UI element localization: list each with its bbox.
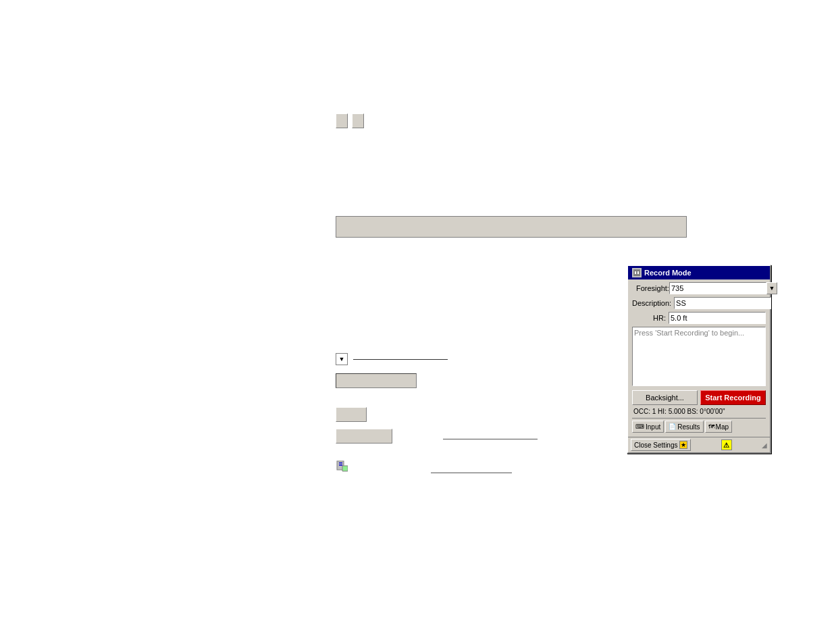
description-label: Description: xyxy=(632,299,671,307)
tab-map-label: Map xyxy=(716,423,729,431)
bg-button-1[interactable] xyxy=(336,113,348,128)
description-row: Description: xyxy=(632,297,766,309)
small-button[interactable] xyxy=(336,407,367,422)
dialog-tabs: ⌨ Input 📄 Results 🗺 Map xyxy=(632,418,766,434)
tab-results[interactable]: 📄 Results xyxy=(665,421,703,433)
foresight-input[interactable] xyxy=(669,282,766,294)
hr-row: HR: xyxy=(632,312,766,324)
close-settings-button[interactable]: Close Settings ★ xyxy=(631,439,691,451)
foresight-row: Foresight: ▼ xyxy=(632,282,766,294)
svg-marker-4 xyxy=(342,466,348,471)
recording-status-text: Press 'Start Recording' to begin... xyxy=(634,329,744,337)
tab-input-label: Input xyxy=(646,423,660,431)
resize-handle[interactable]: ◢ xyxy=(762,441,767,449)
dialog-title-text: Record Mode xyxy=(644,269,692,277)
dropdown-underline xyxy=(353,359,448,360)
input-tab-icon: ⌨ xyxy=(635,423,644,430)
dropdown-widget: ▼ xyxy=(336,353,448,365)
dialog-body: Foresight: ▼ Description: HR: Press 'Sta… xyxy=(628,279,770,437)
description-input[interactable] xyxy=(674,297,771,309)
occ-status-text: OCC: 1 HI: 5.000 BS: 0°00'00" xyxy=(633,408,725,415)
tab-map[interactable]: 🗺 Map xyxy=(705,421,732,433)
background-bar xyxy=(336,216,687,238)
medium-button[interactable] xyxy=(336,429,392,444)
hr-label: HR: xyxy=(632,314,666,322)
results-tab-icon: 📄 xyxy=(669,423,676,430)
occ-status-bar: OCC: 1 HI: 5.000 BS: 0°00'00" xyxy=(632,408,766,415)
foresight-label: Foresight: xyxy=(636,284,669,292)
recording-status-area: Press 'Start Recording' to begin... xyxy=(632,327,766,386)
foresight-dropdown-btn[interactable]: ▼ xyxy=(766,282,777,294)
svg-rect-5 xyxy=(633,269,640,276)
dialog-bottom-bar: Close Settings ★ ⚠ ◢ xyxy=(628,437,770,452)
line-decoration-2 xyxy=(431,473,512,473)
start-recording-button[interactable]: Start Recording xyxy=(700,390,766,405)
tab-results-label: Results xyxy=(677,423,700,431)
map-tab-icon: 🗺 xyxy=(708,423,714,430)
dialog-action-buttons: Backsight... Start Recording xyxy=(632,390,766,405)
dialog-title-icon xyxy=(632,268,642,277)
line-decoration-1 xyxy=(443,439,538,439)
svg-rect-3 xyxy=(339,465,342,466)
hr-input[interactable] xyxy=(669,312,766,324)
svg-rect-7 xyxy=(637,271,639,274)
svg-rect-6 xyxy=(635,271,636,274)
file-icon[interactable] xyxy=(336,460,348,473)
warning-icon: ⚠ xyxy=(721,439,732,450)
background-buttons xyxy=(336,113,364,128)
svg-rect-1 xyxy=(339,462,342,463)
foresight-input-wrap: ▼ xyxy=(669,282,777,294)
wide-input-field[interactable] xyxy=(336,373,417,388)
tab-input[interactable]: ⌨ Input xyxy=(632,421,664,433)
backsight-button[interactable]: Backsight... xyxy=(632,390,698,405)
star-icon: ★ xyxy=(679,441,687,449)
record-mode-dialog: Record Mode Foresight: ▼ Description: HR… xyxy=(627,265,771,454)
close-settings-label: Close Settings xyxy=(634,441,677,449)
dropdown-box-icon[interactable]: ▼ xyxy=(336,353,348,365)
svg-rect-2 xyxy=(339,464,342,464)
dialog-titlebar: Record Mode xyxy=(628,266,770,279)
bg-button-2[interactable] xyxy=(352,113,364,128)
